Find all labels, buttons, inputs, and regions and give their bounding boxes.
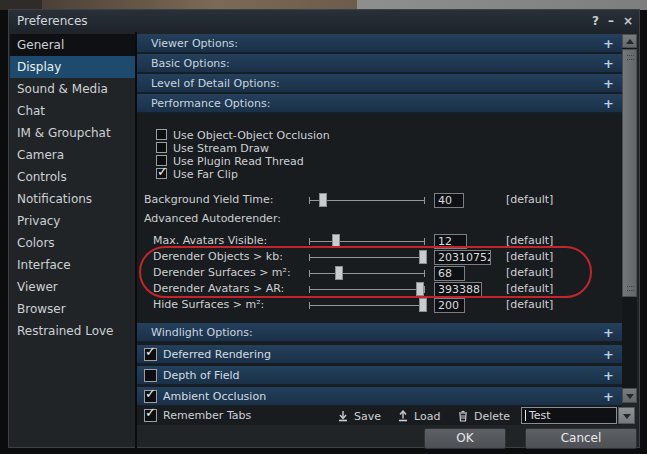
section-header-lod-options[interactable]: Level of Detail Options: + (137, 74, 622, 93)
slider-end-tick (309, 254, 310, 261)
slider-track[interactable] (309, 289, 425, 290)
preferences-window: Preferences ? – × General Display Sound … (8, 9, 640, 448)
sidebar-item-notifications[interactable]: Notifications (10, 188, 135, 210)
sidebar-item-colors[interactable]: Colors (10, 232, 135, 254)
derender-objects-slider[interactable] (309, 250, 425, 264)
preset-name-value: Test (527, 409, 551, 422)
bg-yield-value-field[interactable]: 40 (434, 193, 464, 208)
section-header-windlight-options[interactable]: Windlight Options: + (137, 323, 622, 342)
section-header-label: Level of Detail Options: (151, 77, 280, 90)
preset-dropdown-button[interactable] (618, 407, 635, 424)
toggle-row-deferred-rendering[interactable]: ✓ Deferred Rendering + (137, 345, 622, 364)
slider-thumb[interactable] (419, 250, 427, 264)
default-tag: [default] (506, 234, 553, 248)
scrollbar-grip (627, 286, 634, 291)
checkbox-stream-draw[interactable] (156, 142, 167, 153)
checkbox-depth-of-field[interactable] (144, 369, 157, 382)
slider-track[interactable] (309, 241, 425, 242)
advanced-autoderender-label: Advanced Autoderender: (144, 212, 281, 226)
checkbox-ambient-occlusion[interactable]: ✓ (144, 390, 157, 403)
scrollbar-up-button[interactable] (622, 34, 637, 48)
section-header-label: Performance Options: (151, 97, 270, 110)
slider-thumb[interactable] (419, 298, 427, 312)
sidebar-item-sound-media[interactable]: Sound & Media (10, 78, 135, 100)
scrollbar-thumb[interactable] (622, 49, 637, 297)
save-download-icon (337, 410, 349, 422)
bg-yield-slider[interactable] (309, 193, 425, 207)
slider-thumb[interactable] (416, 282, 424, 296)
checkbox-label: Use Far Clip (173, 168, 238, 181)
derender-objects-value-field[interactable]: 20310752 (434, 250, 491, 265)
slider-thumb[interactable] (332, 234, 340, 248)
sidebar-item-camera[interactable]: Camera (10, 144, 135, 166)
expand-plus-icon[interactable]: + (603, 54, 614, 73)
checkbox-object-occlusion[interactable] (156, 129, 167, 140)
derender-avatars-label: Derender Avatars > AR: (153, 282, 284, 296)
scrollbar-down-button[interactable] (622, 388, 637, 403)
slider-track[interactable] (309, 257, 425, 258)
slider-thumb[interactable] (335, 266, 343, 280)
slider-track[interactable] (309, 305, 425, 306)
scrollbar-grip (627, 55, 634, 60)
window-title: Preferences (17, 10, 88, 32)
slider-end-tick (309, 302, 310, 309)
sidebar-item-viewer[interactable]: Viewer (10, 276, 135, 298)
section-header-label: Viewer Options: (151, 37, 238, 50)
section-header-basic-options[interactable]: Basic Options: + (137, 54, 622, 73)
sidebar-item-general[interactable]: General (10, 34, 135, 56)
delete-label: Delete (474, 410, 510, 423)
section-header-performance-options[interactable]: Performance Options: + (137, 94, 622, 113)
slider-end-tick (424, 238, 425, 245)
expand-plus-icon[interactable]: + (603, 94, 614, 113)
sidebar-item-restrained-love[interactable]: Restrained Love (10, 320, 135, 342)
checkbox-remember-tabs[interactable]: ✓ (144, 409, 157, 422)
checkbox-use-far-clip[interactable]: ✓ (156, 168, 167, 179)
derender-avatars-slider[interactable] (309, 282, 425, 296)
toggle-label: Ambient Occlusion (163, 390, 266, 403)
max-avatars-slider[interactable] (309, 234, 425, 248)
load-button[interactable]: Load (397, 407, 440, 425)
ok-button[interactable]: OK (424, 428, 506, 449)
section-header-viewer-options[interactable]: Viewer Options: + (137, 34, 622, 53)
derender-surfaces-value-field[interactable]: 68 (434, 266, 465, 281)
delete-button[interactable]: Delete (457, 407, 510, 425)
sidebar-item-browser[interactable]: Browser (10, 298, 135, 320)
save-button[interactable]: Save (337, 407, 381, 425)
derender-surfaces-slider[interactable] (309, 266, 425, 280)
checkbox-deferred-rendering[interactable]: ✓ (144, 348, 157, 361)
hide-surfaces-slider[interactable] (309, 298, 425, 312)
slider-track[interactable] (309, 273, 425, 274)
sidebar-item-interface[interactable]: Interface (10, 254, 135, 276)
slider-end-tick (309, 286, 310, 293)
help-button[interactable]: ? (592, 14, 599, 28)
section-header-label: Windlight Options: (151, 326, 253, 339)
arrow-down-icon (626, 394, 634, 399)
derender-avatars-value-field[interactable]: 393388 (434, 282, 482, 297)
sidebar-item-display[interactable]: Display (10, 56, 135, 78)
expand-plus-icon[interactable]: + (603, 345, 614, 364)
cancel-button[interactable]: Cancel (525, 428, 637, 449)
expand-plus-icon[interactable]: + (603, 74, 614, 93)
sidebar-item-privacy[interactable]: Privacy (10, 210, 135, 232)
sidebar-item-chat[interactable]: Chat (10, 100, 135, 122)
minimize-button[interactable]: – (608, 14, 614, 28)
max-avatars-value-field[interactable]: 12 (434, 234, 467, 249)
slider-thumb[interactable] (319, 193, 327, 207)
expand-plus-icon[interactable]: + (603, 323, 614, 342)
expand-plus-icon[interactable]: + (603, 387, 614, 406)
expand-plus-icon[interactable]: + (603, 366, 614, 385)
sidebar-item-controls[interactable]: Controls (10, 166, 135, 188)
default-tag: [default] (506, 250, 553, 264)
section-header-label: Basic Options: (151, 57, 230, 70)
checkbox-label: Use Object-Object Occlusion (173, 129, 330, 142)
hide-surfaces-value-field[interactable]: 200 (434, 298, 465, 313)
slider-end-tick (309, 238, 310, 245)
titlebar[interactable]: Preferences ? – × (9, 10, 639, 32)
toggle-row-depth-of-field[interactable]: Depth of Field + (137, 366, 622, 385)
sidebar-item-im-groupchat[interactable]: IM & Groupchat (10, 122, 135, 144)
toggle-row-ambient-occlusion[interactable]: ✓ Ambient Occlusion + (137, 387, 622, 406)
bg-yield-label: Background Yield Time: (144, 193, 273, 207)
expand-plus-icon[interactable]: + (603, 34, 614, 53)
close-button[interactable]: × (623, 14, 633, 28)
preset-name-input[interactable]: Test (521, 407, 617, 424)
